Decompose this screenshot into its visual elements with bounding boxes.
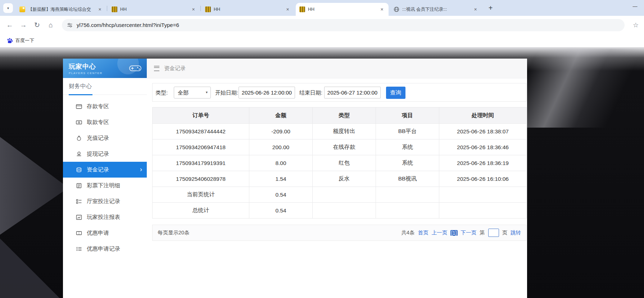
bookmark-star-icon[interactable]: ☆ bbox=[630, 19, 642, 31]
tab-video-records[interactable]: :::视讯 会员下注纪录::: × bbox=[390, 3, 482, 16]
cell-time: 2025-06-26 18:36:19 bbox=[439, 155, 527, 171]
tab-title: HH bbox=[214, 7, 282, 12]
forward-button[interactable]: → bbox=[17, 19, 30, 31]
cell-order-no: 1750934179919391 bbox=[153, 155, 249, 171]
sidebar-header-text: 玩家中心 PLAYERS CENTER bbox=[69, 62, 103, 75]
cell-time: 2025-06-26 18:36:46 bbox=[439, 139, 527, 155]
sidebar-item-recharge-record[interactable]: 充值记录 bbox=[63, 130, 147, 146]
background-streak bbox=[507, 49, 644, 128]
hh-gold-favicon-icon bbox=[112, 6, 117, 12]
chevron-right-icon: › bbox=[140, 166, 142, 173]
record-list-icon bbox=[76, 246, 82, 252]
sidebar-item-hall-bet-record[interactable]: 厅室投注记录 bbox=[63, 193, 147, 209]
jump-prefix-label: 第 bbox=[480, 229, 485, 236]
column-header: 项目 bbox=[376, 107, 439, 124]
table-row: 1750934287444442 -209.00 额度转出 BB平台 2025-… bbox=[153, 124, 527, 139]
cell-amount: 200.00 bbox=[249, 139, 313, 155]
tab-forum[interactable]: 【新提醒】海燕策略论坛综合交 × bbox=[16, 3, 106, 16]
column-header: 类型 bbox=[313, 107, 376, 124]
pagination-controls: 共4条 首页 上一页 [1] 下一页 第 页 跳转 bbox=[401, 229, 521, 237]
column-header: 金额 bbox=[249, 107, 313, 124]
gamepad-icon bbox=[129, 64, 142, 73]
type-select[interactable]: 全部 ▾ bbox=[174, 87, 211, 98]
hh-gold-favicon-icon bbox=[299, 6, 305, 12]
sidebar-item-withdrawal-record[interactable]: 提现记录 bbox=[63, 146, 147, 162]
site-info-icon[interactable] bbox=[67, 22, 73, 28]
tab-strip: ▾ 【新提醒】海燕策略论坛综合交 × HH × HH × HH × bbox=[0, 0, 644, 16]
player-center-sidebar: 玩家中心 PLAYERS CENTER 财务中心 存款专区 bbox=[63, 59, 147, 298]
close-icon[interactable]: × bbox=[285, 6, 291, 13]
current-page-indicator[interactable]: [1] bbox=[450, 230, 458, 236]
sidebar-menu: 存款专区 取款专区 充值记录 提现记录 资金记录 › bbox=[63, 95, 147, 257]
tab-search-button[interactable]: ▾ bbox=[3, 3, 13, 13]
sidebar-item-player-bet-report[interactable]: 玩家投注报表 bbox=[63, 209, 147, 225]
sidebar-item-label: 资金记录 bbox=[87, 166, 109, 174]
cell-time: 2025-06-26 16:10:06 bbox=[439, 171, 527, 187]
reload-button[interactable]: ↻ bbox=[31, 19, 43, 31]
sidebar-item-deposit-zone[interactable]: 存款专区 bbox=[63, 98, 147, 114]
tab-title: HH bbox=[120, 7, 187, 12]
close-icon[interactable]: × bbox=[379, 6, 385, 13]
sidebar-item-label: 玩家投注报表 bbox=[87, 214, 120, 221]
background-wedge bbox=[0, 137, 68, 235]
hh-gold-favicon-icon bbox=[205, 6, 211, 12]
cell-type: 额度转出 bbox=[313, 124, 376, 139]
table-row-page-summary: 当前页统计 0.54 bbox=[153, 187, 527, 203]
sidebar-item-label: 厅室投注记录 bbox=[87, 198, 120, 205]
sidebar-item-funds-record[interactable]: 资金记录 › bbox=[63, 162, 147, 178]
sidebar-item-label: 存款专区 bbox=[87, 103, 109, 110]
close-icon[interactable]: × bbox=[472, 6, 479, 13]
money-bag-icon bbox=[76, 136, 82, 141]
funds-table: 订单号 金额 类型 项目 处理时间 1750934287444442 -209.… bbox=[152, 107, 527, 219]
globe-favicon-icon bbox=[394, 6, 399, 12]
start-date-input[interactable] bbox=[239, 87, 295, 98]
cell-order-no: 1750934206947418 bbox=[153, 139, 249, 155]
section-label: 财务中心 bbox=[69, 83, 92, 90]
minimize-button[interactable]: — bbox=[630, 1, 640, 11]
cell-empty bbox=[313, 187, 376, 203]
cell-time: 2025-06-26 18:38:07 bbox=[439, 124, 527, 139]
table-header-row: 订单号 金额 类型 项目 处理时间 bbox=[153, 107, 527, 124]
sidebar-item-promo-apply[interactable]: 优惠申请 bbox=[63, 225, 147, 241]
cell-amount: 0.54 bbox=[249, 187, 313, 203]
table-row: 1750934206947418 200.00 在线存款 系统 2025-06-… bbox=[153, 139, 527, 155]
home-button[interactable]: ⌂ bbox=[45, 19, 57, 31]
sidebar-item-label: 优惠申请 bbox=[87, 229, 109, 237]
sidebar-item-label: 取款专区 bbox=[87, 119, 109, 126]
search-button[interactable]: 查询 bbox=[386, 87, 405, 99]
new-tab-button[interactable]: + bbox=[486, 3, 495, 13]
table-row: 1750934179919391 8.00 红包 系统 2025-06-26 1… bbox=[153, 155, 527, 171]
column-header: 处理时间 bbox=[439, 107, 527, 124]
cell-order-no: 1750925406028978 bbox=[153, 171, 249, 187]
jump-button[interactable]: 跳转 bbox=[511, 229, 521, 236]
bookmarks-bar: 百度一下 bbox=[0, 34, 644, 47]
address-bar[interactable]: yl756.com/hhcp/usercenter.html?iniType=6 bbox=[62, 19, 625, 31]
type-select-control[interactable]: 全部 bbox=[174, 87, 211, 98]
sidebar-header: 玩家中心 PLAYERS CENTER bbox=[63, 59, 147, 78]
players-center-title: 玩家中心 bbox=[69, 62, 103, 71]
sidebar-item-withdraw-zone[interactable]: 取款专区 bbox=[63, 114, 147, 130]
document-icon bbox=[76, 183, 82, 188]
tab-hh-2[interactable]: HH × bbox=[201, 3, 294, 16]
tab-hh-1[interactable]: HH × bbox=[108, 3, 200, 16]
next-page-link[interactable]: 下一页 bbox=[461, 229, 477, 236]
cell-empty bbox=[439, 203, 527, 219]
page-jump-input[interactable] bbox=[488, 229, 499, 237]
cell-empty bbox=[313, 203, 376, 219]
close-icon[interactable]: × bbox=[190, 6, 196, 13]
prev-page-link[interactable]: 上一页 bbox=[431, 229, 447, 236]
sidebar-item-lottery-bet-detail[interactable]: 彩票下注明细 bbox=[63, 178, 147, 193]
bookmark-baidu[interactable]: 百度一下 bbox=[4, 36, 36, 45]
sidebar-item-promo-apply-record[interactable]: 优惠申请记录 bbox=[63, 241, 147, 257]
cell-order-no: 1750934287444442 bbox=[153, 124, 249, 139]
back-button[interactable]: ← bbox=[4, 19, 16, 31]
close-icon[interactable]: × bbox=[97, 6, 103, 13]
end-date-input[interactable] bbox=[324, 87, 381, 98]
sidebar-item-label: 彩票下注明细 bbox=[87, 182, 120, 189]
cell-amount: 0.54 bbox=[249, 203, 313, 219]
cell-summary-label: 总统计 bbox=[153, 203, 249, 219]
tab-hh-active[interactable]: HH × bbox=[296, 3, 389, 16]
tab-title: HH bbox=[308, 7, 376, 12]
first-page-link[interactable]: 首页 bbox=[418, 229, 428, 236]
coin-hand-icon bbox=[76, 151, 82, 157]
